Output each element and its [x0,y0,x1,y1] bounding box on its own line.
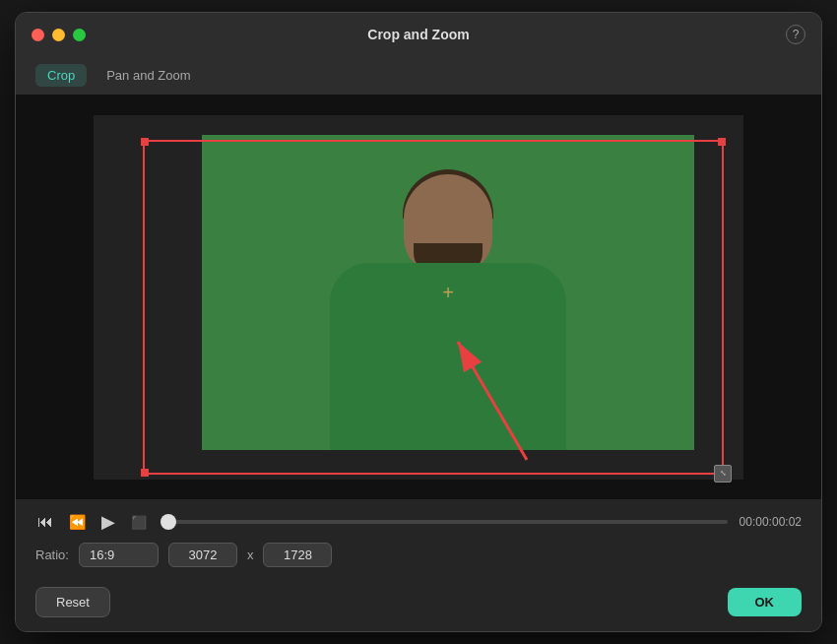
traffic-lights [32,29,86,41]
rewind-button[interactable]: ⏮ [35,511,55,533]
ok-button[interactable]: OK [728,588,803,616]
close-button[interactable] [32,29,44,41]
footer-row: Reset OK [16,577,821,631]
video-frame: ⤡ + [94,115,743,480]
help-button[interactable]: ? [786,25,805,44]
stop-button[interactable]: ⬛ [129,513,149,532]
controls-bar: ⏮ ⏪ ▶ ⬛ 00:00:00:02 Ratio: 16:9 4:3 1:1 … [16,499,821,577]
dimension-separator: x [247,547,254,562]
time-display: 00:00:00:02 [740,515,802,529]
title-bar: Crop and Zoom ? [16,13,821,56]
timeline-thumb[interactable] [161,514,176,530]
step-back-button[interactable]: ⏪ [67,512,88,532]
person-head [404,174,492,273]
ratio-select[interactable]: 16:9 4:3 1:1 9:16 Custom [79,543,159,567]
timeline-track[interactable] [161,520,728,524]
width-input[interactable] [168,543,237,567]
minimize-button[interactable] [52,29,65,41]
reset-button[interactable]: Reset [35,587,110,617]
tab-pan-zoom[interactable]: Pan and Zoom [95,64,202,87]
playback-controls: ⏮ ⏪ ▶ ⬛ 00:00:00:02 [35,509,802,535]
dialog-title: Crop and Zoom [367,27,469,42]
ratio-row: Ratio: 16:9 4:3 1:1 9:16 Custom x [35,543,802,567]
tabs-row: Crop Pan and Zoom [16,56,821,95]
play-button[interactable]: ▶ [99,509,117,535]
annotation-arrow [428,322,547,470]
maximize-button[interactable] [73,29,86,41]
svg-line-1 [458,342,527,460]
height-input[interactable] [263,543,332,567]
video-area: ⤡ + [16,95,821,499]
ratio-label: Ratio: [35,547,69,562]
crosshair-icon: + [442,281,454,303]
tab-crop[interactable]: Crop [35,64,87,87]
crop-zoom-dialog: Crop and Zoom ? Crop Pan and Zoom ⤡ [15,12,822,632]
